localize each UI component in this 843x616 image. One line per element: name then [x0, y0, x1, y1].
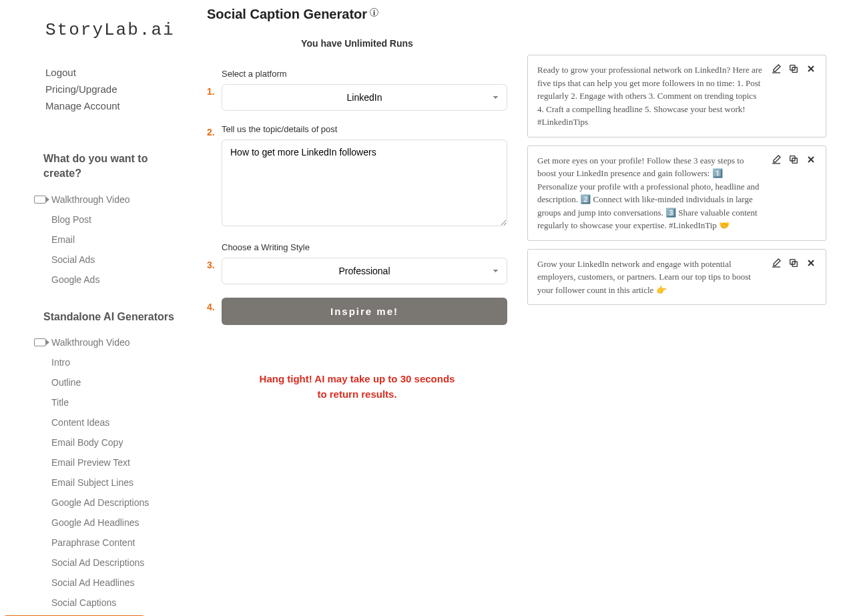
sidebar-item-paraphrase-content[interactable]: Paraphrase Content — [13, 533, 187, 553]
sidebar-item-walkthrough-video-2[interactable]: Walkthrough Video — [13, 332, 187, 352]
logout-link[interactable]: Logout — [45, 67, 187, 78]
result-actions — [771, 154, 816, 232]
result-text: Get more eyes on your profile! Follow th… — [537, 154, 764, 232]
result-card: Grow your LinkedIn network and engage wi… — [527, 249, 826, 306]
sidebar-item-social-ad-descriptions[interactable]: Social Ad Descriptions — [13, 553, 187, 573]
sidebar-item-walkthrough-video[interactable]: Walkthrough Video — [13, 190, 187, 210]
sidebar-item-social-captions[interactable]: Social Captions — [13, 593, 187, 613]
edit-icon[interactable] — [771, 63, 782, 77]
step-num-3: 3. — [207, 242, 222, 284]
pricing-link[interactable]: Pricing/Upgrade — [45, 83, 187, 95]
sidebar-item-title[interactable]: Title — [13, 392, 187, 412]
sidebar-item-social-ads[interactable]: Social Ads — [13, 250, 187, 270]
sidebar-create-list: Walkthrough Video Blog Post Email Social… — [13, 190, 187, 290]
manage-account-link[interactable]: Manage Account — [45, 100, 187, 111]
platform-label: Select a platform — [222, 69, 507, 79]
sidebar-header-create: What do you want to create? — [43, 151, 187, 182]
topic-label: Tell us the topic/details of post — [222, 124, 507, 134]
sidebar-header-standalone: Standalone AI Generators — [43, 310, 187, 324]
result-actions — [771, 258, 816, 297]
main: Social Caption Generator i You have Unli… — [200, 0, 843, 616]
form-column: Social Caption Generator i You have Unli… — [207, 7, 507, 616]
close-icon[interactable] — [806, 63, 816, 77]
result-actions — [771, 63, 816, 129]
copy-icon[interactable] — [788, 63, 799, 77]
sidebar-item-blog-post[interactable]: Blog Post — [13, 210, 187, 230]
result-text: Ready to grow your professional network … — [537, 63, 764, 129]
sidebar-standalone-list: Walkthrough Video Intro Outline Title Co… — [13, 332, 187, 613]
sidebar-item-google-ad-headlines[interactable]: Google Ad Headlines — [13, 513, 187, 533]
edit-icon[interactable] — [771, 258, 782, 271]
topic-textarea[interactable] — [222, 139, 507, 226]
sidebar-item-intro[interactable]: Intro — [13, 352, 187, 372]
step-num-4: 4. — [207, 298, 222, 325]
results-column: Ready to grow your professional network … — [527, 7, 826, 616]
sidebar-item-email-body-copy[interactable]: Email Body Copy — [13, 432, 187, 452]
inspire-button[interactable]: Inspire me! — [222, 298, 507, 325]
form-row-submit: 4. Inspire me! — [207, 298, 507, 325]
video-icon — [34, 196, 46, 204]
sidebar-item-google-ads[interactable]: Google Ads — [13, 270, 187, 290]
style-select[interactable]: Professional — [222, 258, 507, 284]
runs-line: You have Unlimited Runs — [207, 38, 507, 49]
sidebar-item-email-preview-text[interactable]: Email Preview Text — [13, 452, 187, 473]
sidebar-item-email[interactable]: Email — [13, 230, 187, 250]
form-row-style: 3. Choose a Writing Style Professional — [207, 242, 507, 284]
video-icon — [34, 338, 46, 346]
logo: StoryLab.ai — [13, 20, 187, 40]
sidebar-item-google-ad-descriptions[interactable]: Google Ad Descriptions — [13, 493, 187, 513]
sidebar-item-social-ad-headlines[interactable]: Social Ad Headlines — [13, 573, 187, 593]
copy-icon[interactable] — [788, 154, 799, 168]
sidebar: StoryLab.ai Logout Pricing/Upgrade Manag… — [0, 0, 200, 616]
result-card: Get more eyes on your profile! Follow th… — [527, 145, 826, 241]
copy-icon[interactable] — [788, 258, 799, 271]
sidebar-item-content-ideas[interactable]: Content Ideas — [13, 412, 187, 432]
sidebar-item-email-subject-lines[interactable]: Email Subject Lines — [13, 473, 187, 493]
sidebar-item-outline[interactable]: Outline — [13, 372, 187, 392]
edit-icon[interactable] — [771, 154, 782, 168]
result-text: Grow your LinkedIn network and engage wi… — [537, 258, 764, 297]
info-icon[interactable]: i — [370, 8, 378, 17]
step-num-2: 2. — [207, 124, 222, 229]
form-row-topic: 2. Tell us the topic/details of post — [207, 124, 507, 229]
account-links: Logout Pricing/Upgrade Manage Account — [13, 67, 187, 111]
close-icon[interactable] — [806, 154, 816, 168]
close-icon[interactable] — [806, 258, 816, 271]
platform-select[interactable]: LinkedIn — [222, 84, 507, 111]
style-label: Choose a Writing Style — [222, 242, 507, 252]
form-row-platform: 1. Select a platform LinkedIn — [207, 69, 507, 111]
step-num-1: 1. — [207, 69, 222, 111]
wait-message: Hang tight! AI may take up to 30 seconds… — [207, 372, 507, 402]
result-card: Ready to grow your professional network … — [527, 55, 826, 137]
page-title: Social Caption Generator i — [207, 7, 507, 22]
